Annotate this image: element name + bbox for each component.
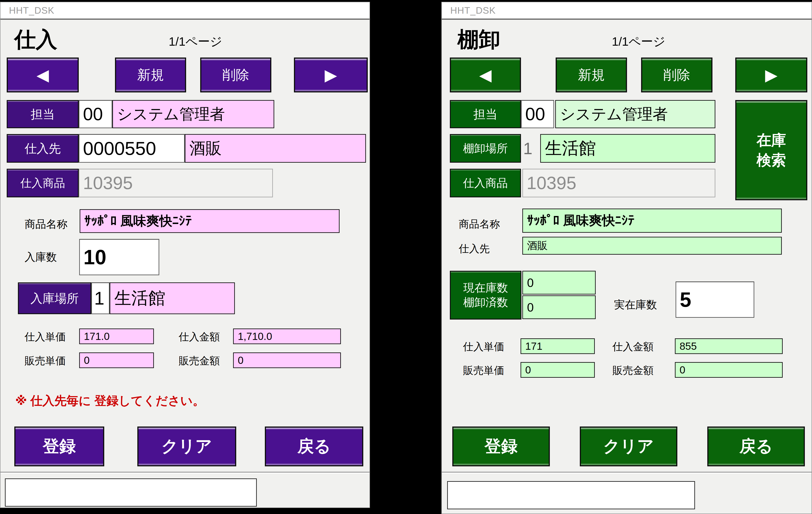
purchase-screen-title: 仕入 [14,29,57,50]
inventory-window: HHT_DSK 棚卸 1/1ページ ◀ 新規 削除 ▶ 担当 00 システム管理… [441,2,812,514]
left-arrow-icon: ◀ [36,65,49,84]
inventory-product-label-button[interactable]: 仕入商品 [450,169,521,197]
purchase-product-name-label: 商品名称 [25,219,67,230]
purchase-amount-label: 仕入金額 [179,332,220,342]
purchase-bottom-input[interactable] [5,479,257,507]
inventory-titlebar[interactable]: HHT_DSK [442,2,812,20]
inventory-purchase-amount-label: 仕入金額 [612,341,654,352]
sales-price-label: 販売単価 [25,355,66,366]
inventory-prev-button[interactable]: ◀ [450,58,521,92]
inventory-sales-amount-label: 販売金額 [612,365,654,375]
inventory-location-code: 1 [523,134,532,163]
purchase-supplier-code-input[interactable]: 0000550 [79,134,185,163]
sales-amount-label: 販売金額 [179,355,220,366]
purchase-product-code-field: 10395 [79,169,273,197]
inventory-clear-button[interactable]: クリア [580,427,677,466]
purchase-register-button[interactable]: 登録 [14,427,104,466]
stock-search-line1: 在庫 [756,130,786,150]
counted-stock-label: 棚卸済数 [463,295,508,310]
inventory-location-name-field[interactable]: 生活館 [540,134,715,163]
purchase-new-button[interactable]: 新規 [115,58,186,92]
purchase-prev-button[interactable]: ◀ [7,58,79,92]
purchase-receipt-qty-input[interactable]: 10 [79,239,159,275]
actual-stock-label: 実在庫数 [614,299,657,310]
inventory-new-button[interactable]: 新規 [556,58,627,92]
inventory-delete-button[interactable]: 削除 [641,58,713,92]
inventory-next-button[interactable]: ▶ [735,58,807,92]
inventory-staff-label-button[interactable]: 担当 [450,100,521,128]
sales-price-field[interactable]: 0 [79,352,154,368]
inventory-bottom-input[interactable] [447,481,695,509]
inventory-sales-price-label: 販売単価 [463,365,504,375]
sales-amount-field[interactable]: 0 [233,352,341,368]
purchase-clear-button[interactable]: クリア [137,427,236,466]
inventory-product-code-field: 10395 [522,169,715,197]
stock-count-label: 現在庫数 棚卸済数 [450,271,521,319]
inventory-sales-amount-field[interactable]: 0 [675,362,783,378]
inventory-sales-price-field[interactable]: 0 [521,362,595,378]
purchase-back-button[interactable]: 戻る [265,427,363,466]
right-arrow-icon: ▶ [765,65,777,84]
purchase-page-indicator: 1/1ページ [169,34,222,50]
purchase-status-divider [0,472,370,474]
purchase-price-field[interactable]: 171.0 [79,329,154,344]
inventory-purchase-price-field[interactable]: 171 [521,338,595,354]
stock-search-button[interactable]: 在庫 検索 [735,100,807,200]
inventory-register-button[interactable]: 登録 [452,427,550,466]
inventory-staff-code-input[interactable]: 00 [521,100,554,128]
purchase-amount-field[interactable]: 1,710.0 [233,329,341,344]
purchase-notice-text: ※ 仕入先毎に 登録してください。 [15,393,205,409]
purchase-product-name-field[interactable]: ｻｯﾎﾟﾛ 風味爽快ﾆｼﾃ [80,209,340,233]
purchase-window: HHT_DSK 仕入 1/1ページ ◀ 新規 削除 ▶ 担当 00 システム管理… [0,2,370,508]
purchase-titlebar[interactable]: HHT_DSK [0,2,370,20]
purchase-receipt-qty-label: 入庫数 [25,252,57,262]
current-stock-field[interactable]: 0 [522,271,596,294]
inventory-product-name-field[interactable]: ｻｯﾎﾟﾛ 風味爽快ﾆｼﾃ [522,208,782,233]
inventory-supplier-label: 仕入先 [459,244,490,254]
inventory-staff-name-field[interactable]: システム管理者 [555,100,715,128]
inventory-window-title: HHT_DSK [450,5,496,16]
purchase-staff-code-input[interactable]: 00 [79,100,112,128]
inventory-supplier-name-field[interactable]: 酒販 [522,237,782,255]
inventory-location-label-button[interactable]: 棚卸場所 [450,134,521,163]
counted-stock-field[interactable]: 0 [522,295,596,319]
purchase-price-label: 仕入単価 [25,332,66,342]
purchase-delete-button[interactable]: 削除 [200,58,271,92]
inventory-purchase-price-label: 仕入単価 [463,341,504,352]
purchase-staff-label-button[interactable]: 担当 [7,100,79,128]
purchase-product-label-button[interactable]: 仕入商品 [7,169,79,197]
purchase-location-code-input[interactable]: 1 [91,282,110,314]
left-arrow-icon: ◀ [479,65,491,84]
inventory-status-divider [442,472,812,474]
right-arrow-icon: ▶ [325,65,337,84]
purchase-next-button[interactable]: ▶ [294,58,368,92]
purchase-location-name-field[interactable]: 生活館 [110,282,235,314]
current-stock-label: 現在庫数 [463,281,508,295]
inventory-page-indicator: 1/1ページ [612,34,665,50]
inventory-screen-title: 棚卸 [458,29,500,50]
purchase-supplier-label-button[interactable]: 仕入先 [7,134,79,163]
purchase-supplier-name-field[interactable]: 酒販 [185,134,366,163]
purchase-staff-name-field[interactable]: システム管理者 [112,100,274,128]
inventory-product-name-label: 商品名称 [459,219,500,229]
inventory-purchase-amount-field[interactable]: 855 [675,338,783,354]
purchase-location-label-button[interactable]: 入庫場所 [18,282,91,314]
inventory-back-button[interactable]: 戻る [707,427,805,466]
stock-search-line2: 検索 [756,150,786,170]
purchase-window-title: HHT_DSK [9,5,54,16]
actual-stock-input[interactable]: 5 [675,282,754,318]
